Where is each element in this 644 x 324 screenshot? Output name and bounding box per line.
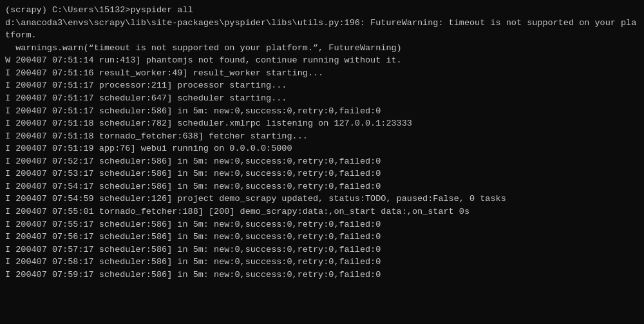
- terminal-line: I 200407 07:53:17 scheduler:586] in 5m: …: [5, 167, 639, 180]
- terminal-line: I 200407 07:55:17 scheduler:586] in 5m: …: [5, 218, 639, 231]
- terminal-line: I 200407 07:55:01 tornado_fetcher:188] […: [5, 205, 639, 218]
- terminal-line: I 200407 07:51:17 scheduler:586] in 5m: …: [5, 105, 639, 118]
- terminal-line: I 200407 07:51:17 processor:211] process…: [5, 79, 639, 92]
- terminal-line: d:\anacoda3\envs\scrapy\lib\site-package…: [5, 17, 639, 30]
- terminal-line: I 200407 07:51:19 app:76] webui running …: [5, 142, 639, 155]
- terminal-line: I 200407 07:51:16 result_worker:49] resu…: [5, 67, 639, 80]
- terminal-line: (scrapy) C:\Users\15132>pyspider all: [5, 4, 639, 17]
- terminal-line: I 200407 07:59:17 scheduler:586] in 5m: …: [5, 269, 639, 281]
- terminal-line: I 200407 07:56:17 scheduler:586] in 5m: …: [5, 231, 639, 243]
- terminal-line: I 200407 07:54:59 scheduler:126] project…: [5, 193, 639, 205]
- terminal-line: I 200407 07:51:18 scheduler:782] schedul…: [5, 117, 639, 130]
- terminal-line: I 200407 07:51:18 tornado_fetcher:638] f…: [5, 130, 639, 143]
- terminal-line: I 200407 07:57:17 scheduler:586] in 5m: …: [5, 243, 639, 256]
- terminal-line: I 200407 07:58:17 scheduler:586] in 5m: …: [5, 256, 639, 269]
- terminal-line: W 200407 07:51:14 run:413] phantomjs not…: [5, 54, 639, 67]
- terminal-line: tform.: [5, 29, 639, 42]
- terminal-line: warnings.warn(“timeout is not supported …: [5, 42, 639, 55]
- terminal-line: I 200407 07:52:17 scheduler:586] in 5m: …: [5, 155, 639, 168]
- terminal-window: (scrapy) C:\Users\15132>pyspider alld:\a…: [0, 0, 644, 324]
- terminal-line: I 200407 07:54:17 scheduler:586] in 5m: …: [5, 180, 639, 193]
- terminal-line: I 200407 07:51:17 scheduler:647] schedul…: [5, 92, 639, 105]
